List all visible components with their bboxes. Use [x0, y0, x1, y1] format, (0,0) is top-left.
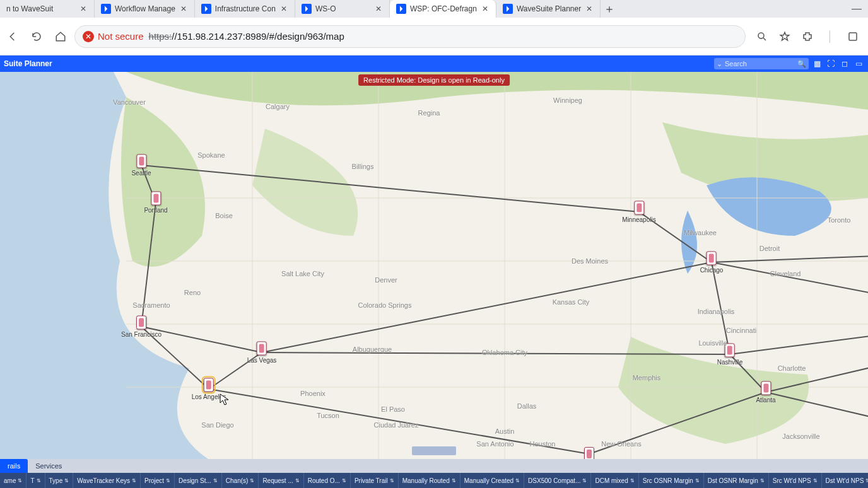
browser-tab[interactable]: WaveSuite Planner✕ [496, 0, 601, 18]
column-header[interactable]: Manually Created⇅ [460, 473, 524, 488]
tab-favicon [201, 4, 211, 14]
column-label: Src Wt'd NPS [773, 477, 811, 484]
column-label: Request ... [262, 477, 293, 484]
network-node-atlanta[interactable]: Atlanta [756, 381, 775, 404]
tab-favicon [101, 4, 111, 14]
node-label: Minneapolis [622, 216, 655, 223]
column-header[interactable]: Private Trail⇅ [351, 473, 399, 488]
tab-label: Workflow Manage [115, 4, 175, 13]
column-header[interactable]: T⇅ [26, 473, 45, 488]
column-label: Design St... [179, 477, 211, 484]
column-header[interactable]: Routed O...⇅ [304, 473, 351, 488]
node-icon [584, 447, 594, 459]
column-label: Project [144, 477, 164, 484]
column-header[interactable]: ame⇅ [0, 473, 26, 488]
search-icon: 🔍 [797, 60, 806, 68]
node-label: Nashville [717, 359, 743, 366]
column-header[interactable]: Type⇅ [45, 473, 74, 488]
column-header[interactable]: Dst Wt'd NPS⇅ [822, 473, 868, 488]
close-icon[interactable]: ✕ [179, 4, 188, 13]
address-bar[interactable]: ✕ Not secure https://151.98.214.237:8989… [74, 25, 746, 48]
app-search-input[interactable]: ⌄ Search 🔍 [714, 58, 809, 69]
sort-icon: ⇅ [213, 478, 218, 484]
column-header[interactable]: Src Wt'd NPS⇅ [769, 473, 822, 488]
node-label: Los Angeles [192, 393, 226, 400]
network-node-minneapolis[interactable]: Minneapolis [622, 201, 655, 223]
bookmark-star-icon[interactable] [775, 26, 795, 47]
browser-tab[interactable]: n to WaveSuit✕ [0, 0, 95, 18]
map-canvas[interactable]: Restricted Mode: Design is open in Read-… [0, 72, 868, 459]
sort-icon: ⇅ [295, 478, 300, 484]
sort-icon: ⇅ [18, 478, 22, 484]
refresh-button[interactable] [26, 26, 47, 47]
close-icon[interactable]: ✕ [79, 4, 88, 13]
panel-tab-services[interactable]: Services [28, 459, 69, 473]
back-button[interactable] [3, 26, 23, 47]
close-icon[interactable]: ✕ [585, 4, 594, 13]
extensions-icon[interactable] [797, 26, 818, 47]
column-header[interactable]: Project⇅ [141, 473, 175, 488]
network-node-lasvegas[interactable]: Las Vegas [247, 342, 277, 364]
panel-tab-rails[interactable]: rails [0, 459, 28, 473]
browser-tab[interactable]: WSP: OFC-Defragn✕ [390, 0, 496, 18]
close-icon[interactable]: ✕ [374, 4, 383, 13]
node-label: Chicago [700, 267, 724, 274]
panel-tabs: railsServices [0, 459, 868, 473]
node-icon [634, 201, 644, 215]
window-minimize-icon[interactable]: — [845, 0, 868, 18]
expand-icon[interactable]: ⛶ [825, 58, 836, 69]
column-label: ame [4, 477, 16, 484]
column-header[interactable]: Manually Routed⇅ [399, 473, 460, 488]
sort-icon: ⇅ [132, 478, 136, 484]
fullscreen-icon[interactable]: ◻ [839, 58, 850, 69]
search-placeholder: Search [725, 60, 747, 67]
column-header[interactable]: Design St...⇅ [175, 473, 222, 488]
network-node-houston[interactable] [584, 447, 594, 459]
node-icon [151, 192, 161, 206]
column-header[interactable]: Chan(s)⇅ [222, 473, 259, 488]
network-node-losangeles[interactable]: Los Angeles [192, 378, 226, 400]
tab-label: Infrastructure Con [215, 4, 276, 13]
column-header[interactable]: DSX500 Compat...⇅ [524, 473, 591, 488]
chevron-down-icon: ⌄ [717, 60, 722, 68]
column-header[interactable]: Request ...⇅ [259, 473, 303, 488]
sort-icon: ⇅ [630, 478, 635, 484]
grid-view-icon[interactable]: ▦ [811, 58, 823, 69]
node-label: Atlanta [756, 397, 775, 404]
restricted-mode-banner: Restricted Mode: Design is open in Read-… [358, 74, 510, 86]
new-tab-button[interactable]: ＋ [601, 0, 618, 18]
network-node-portland[interactable]: Portland [144, 192, 167, 214]
column-label: Routed O... [308, 477, 340, 484]
security-label: Not secure [98, 31, 144, 42]
sort-icon: ⇅ [582, 478, 587, 484]
sort-icon: ⇅ [166, 478, 170, 484]
sort-icon: ⇅ [342, 478, 346, 484]
close-icon[interactable]: ✕ [481, 4, 490, 13]
column-label: Src OSNR Margin [643, 477, 693, 484]
browser-tab[interactable]: Infrastructure Con✕ [195, 0, 295, 18]
browser-tab[interactable]: Workflow Manage✕ [95, 0, 195, 18]
home-button[interactable] [50, 26, 71, 47]
network-node-seattle[interactable]: Seattle [131, 154, 151, 177]
column-header[interactable]: DCM mixed⇅ [591, 473, 638, 488]
url-text: https://151.98.214.237:8989/#/design/963… [149, 31, 344, 42]
browser-tab[interactable]: WS-O✕ [295, 0, 390, 18]
security-indicator[interactable]: ✕ Not secure [83, 31, 144, 42]
tab-favicon [503, 4, 513, 14]
divider: │ [820, 26, 840, 47]
panel-icon[interactable]: ▭ [853, 58, 864, 69]
close-icon[interactable]: ✕ [279, 4, 288, 13]
svg-point-0 [758, 33, 764, 38]
network-node-nashville[interactable]: Nashville [717, 344, 743, 366]
network-node-chicago[interactable]: Chicago [700, 252, 724, 274]
zoom-icon[interactable] [752, 26, 772, 47]
column-header[interactable]: Dst OSNR Margin⇅ [704, 473, 769, 488]
profile-icon[interactable] [843, 26, 863, 47]
browser-toolbar: ✕ Not secure https://151.98.214.237:8989… [0, 18, 868, 55]
network-node-sanfrancisco[interactable]: San Francisco [121, 316, 161, 338]
column-label: Chan(s) [226, 477, 249, 484]
node-icon [761, 381, 771, 395]
column-label: Manually Created [464, 477, 513, 484]
column-header[interactable]: Src OSNR Margin⇅ [639, 473, 704, 488]
column-header[interactable]: WaveTracker Keys⇅ [73, 473, 141, 488]
